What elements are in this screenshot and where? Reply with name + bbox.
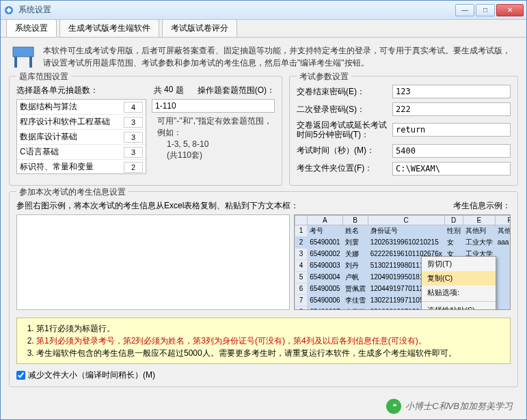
context-menu[interactable]: 剪切(T) 复制(C) 粘贴选项: 选择性粘贴(S)... 插入(I)... [421, 256, 496, 310]
menu-cut[interactable]: 剪切(T) [422, 257, 496, 271]
tab-system-settings[interactable]: 系统设置 [6, 19, 57, 37]
svg-rect-3 [29, 57, 32, 68]
list-item[interactable]: C语言基础 [17, 145, 146, 160]
reduce-size-checkbox[interactable] [16, 371, 25, 380]
menu-copy[interactable]: 复制(C) [422, 271, 496, 285]
menu-paste-special[interactable]: 选择性粘贴(S)... [422, 303, 496, 310]
reduce-size-label: 减少文件大小（编译时间稍长）(M) [28, 369, 155, 381]
intro-text: 本软件可生成考试专用版，后者可屏蔽答案查看、固定抽题等功能，并支持特定考生的登录… [43, 44, 518, 69]
intro-block: 本软件可生成考试专用版，后者可屏蔽答案查看、固定抽题等功能，并支持特定考生的登录… [9, 44, 518, 70]
list-item[interactable]: 程序设计和软件工程基础 [17, 115, 146, 130]
svg-rect-2 [14, 57, 17, 68]
exam-time-label: 考试时间（秒）(M)： [297, 145, 392, 156]
folder-label: 考生文件夹位置(F)： [297, 163, 392, 174]
relogin-pwd-input[interactable] [392, 102, 511, 116]
excel-example: ABCDEFG 1考号姓名身份证号性别其他列其他列2 265490001刘寰12… [294, 214, 511, 310]
tab-generate-exam[interactable]: 生成考试版考生端软件 [59, 19, 159, 37]
total-count: 40 [164, 85, 173, 96]
unit-count-input[interactable] [124, 162, 143, 173]
unit-count-input[interactable] [124, 102, 143, 113]
op-range-input[interactable] [152, 99, 275, 113]
window-title: 系统设置 [18, 4, 454, 16]
candidate-fieldset: 参加本次考试的考生信息设置 参照右图示例，将本次考试的考生信息从Excel表格复… [9, 191, 518, 387]
list-item[interactable]: 标识符、常量和变量 [17, 160, 146, 174]
extend-pwd-label: 交卷返回考试或延长考试时间5分钟密码(T)： [297, 120, 392, 140]
end-pwd-input[interactable] [392, 85, 511, 98]
question-pool-fieldset: 题库范围设置 选择题各单元抽题数： 共 40 题 操作题套题范围(O)： 数据结… [9, 76, 282, 186]
candidate-textarea[interactable] [16, 214, 290, 310]
app-icon [3, 5, 14, 16]
unit-count-input[interactable] [124, 117, 143, 128]
exam-params-fieldset: 考试参数设置 交卷结束密码(E)： 二次登录密码(S)： 交卷返回考试或延长考试… [289, 76, 518, 186]
menu-paste-options[interactable]: 粘贴选项: [422, 285, 496, 300]
minimize-button[interactable]: — [455, 4, 474, 16]
unit-count-input[interactable] [124, 147, 143, 158]
cand-legend: 参加本次考试的考生信息设置 [16, 186, 129, 198]
pool-legend: 题库范围设置 [16, 71, 71, 83]
op-range-label: 操作题套题范围(O)： [198, 85, 275, 96]
svg-rect-1 [13, 47, 33, 57]
close-button[interactable]: ✕ [496, 4, 524, 16]
end-pwd-label: 交卷结束密码(E)： [297, 86, 392, 98]
op-hint: 可用"-"和","指定有效套题范围，例如： 1-3, 5, 8-10 (共110… [152, 115, 275, 161]
folder-input[interactable] [392, 162, 511, 176]
unit-list[interactable]: 数据结构与算法 程序设计和软件工程基础 数据库设计基础 C语言基础 标识符、常量… [16, 99, 146, 174]
tab-exam-scoring[interactable]: 考试版试卷评分 [162, 19, 237, 37]
relogin-pwd-label: 二次登录密码(S)： [297, 104, 392, 115]
notes-box: 第1行必须为标题行。 第1列必须为登录考号，第2列必须为姓名，第3列为身份证号(… [16, 318, 511, 364]
example-label: 考生信息示例： [453, 200, 511, 212]
tab-bar: 系统设置 生成考试版考生端软件 考试版试卷评分 [1, 20, 526, 38]
exam-time-input[interactable] [392, 144, 511, 158]
select-count-label: 选择题各单元抽题数： [16, 85, 154, 96]
desk-icon [9, 44, 38, 70]
copy-hint: 参照右图示例，将本次考试的考生信息从Excel表格复制、粘贴到下方文本框： [16, 200, 299, 212]
extend-pwd-input[interactable] [392, 123, 511, 137]
wechat-icon: ❝ [386, 399, 401, 414]
list-item[interactable]: 数据结构与算法 [17, 100, 146, 115]
maximize-button[interactable]: □ [476, 4, 495, 16]
params-legend: 考试参数设置 [297, 71, 351, 83]
titlebar: 系统设置 — □ ✕ [1, 1, 526, 20]
unit-count-input[interactable] [124, 132, 143, 143]
watermark: ❝ 小博士C和VB加加努美学习 [386, 399, 513, 414]
list-item[interactable]: 数据库设计基础 [17, 130, 146, 145]
